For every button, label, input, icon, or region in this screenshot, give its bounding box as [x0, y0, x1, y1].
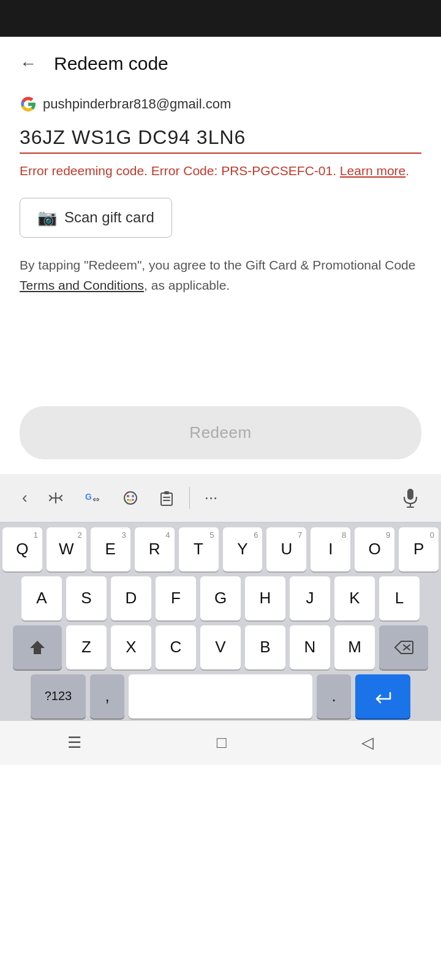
key-f[interactable]: F — [156, 576, 196, 620]
redeem-button-wrap: Redeem — [0, 406, 441, 474]
key-t[interactable]: T5 — [179, 527, 219, 571]
key-w[interactable]: W2 — [47, 527, 86, 571]
space-key[interactable] — [129, 674, 312, 718]
status-bar — [0, 0, 441, 37]
delete-key[interactable] — [379, 625, 428, 669]
period-key[interactable]: . — [317, 674, 351, 718]
key-j[interactable]: J — [290, 576, 330, 620]
terms-link[interactable]: Terms and Conditions — [20, 278, 144, 292]
svg-point-7 — [127, 499, 129, 500]
svg-point-6 — [129, 499, 132, 502]
key-k[interactable]: K — [334, 576, 375, 620]
terms-text: By tapping "Redeem", you agree to the Gi… — [0, 238, 441, 296]
key-h[interactable]: H — [245, 576, 285, 620]
key-o[interactable]: O9 — [355, 527, 394, 571]
svg-rect-13 — [407, 489, 413, 500]
key-s[interactable]: S — [66, 576, 107, 620]
svg-point-5 — [132, 495, 134, 497]
key-v[interactable]: V — [200, 625, 241, 669]
terms-prefix: By tapping "Redeem", you agree to the Gi… — [20, 258, 415, 272]
terms-suffix: , as applicable. — [144, 278, 230, 292]
more-button[interactable]: ··· — [195, 483, 228, 512]
nav-home-button[interactable]: □ — [198, 727, 245, 758]
key-u[interactable]: U7 — [266, 527, 306, 571]
cursor-move-button[interactable] — [37, 484, 74, 511]
key-a[interactable]: A — [21, 576, 62, 620]
toolbar-divider — [189, 487, 190, 509]
svg-text:⇔: ⇔ — [92, 494, 100, 504]
account-row: pushpinderbrar818@gmail.com — [0, 86, 441, 118]
page-title: Redeem code — [54, 53, 168, 74]
key-i[interactable]: I8 — [311, 527, 350, 571]
camera-icon: 📷 — [37, 208, 57, 227]
svg-point-8 — [132, 499, 134, 500]
key-c[interactable]: C — [156, 625, 196, 669]
key-row-3: Z X C V B N M — [2, 625, 439, 669]
keyboard: ‹ G ⇔ — [0, 474, 441, 721]
redeem-button[interactable]: Redeem — [20, 406, 421, 459]
svg-marker-16 — [30, 641, 45, 654]
back-button[interactable]: ← — [17, 51, 39, 76]
nav-bar: ☰ □ ◁ — [0, 721, 441, 765]
translate-button[interactable]: G ⇔ — [74, 484, 112, 512]
key-y[interactable]: Y6 — [223, 527, 263, 571]
code-input-wrap — [0, 118, 441, 154]
key-row-4: ?123 , . — [2, 674, 439, 718]
error-message: Error redeeming code. Error Code: PRS-PG… — [0, 154, 441, 181]
google-icon — [20, 96, 37, 113]
comma-key[interactable]: , — [90, 674, 124, 718]
nav-menu-button[interactable]: ☰ — [49, 727, 100, 758]
symbols-key[interactable]: ?123 — [31, 674, 86, 718]
palette-button[interactable] — [112, 484, 149, 511]
scan-gift-card-button[interactable]: 📷 Scan gift card — [20, 198, 172, 238]
scan-button-wrap: 📷 Scan gift card — [0, 181, 441, 238]
key-r[interactable]: R4 — [135, 527, 175, 571]
key-g[interactable]: G — [200, 576, 241, 620]
error-text: Error redeeming code. Error Code: PRS-PG… — [20, 164, 336, 178]
key-p[interactable]: P0 — [399, 527, 439, 571]
key-q[interactable]: Q1 — [2, 527, 42, 571]
mic-button[interactable] — [392, 483, 429, 513]
account-email: pushpinderbrar818@gmail.com — [43, 96, 231, 112]
svg-rect-9 — [161, 493, 172, 505]
header: ← Redeem code — [0, 37, 441, 86]
key-n[interactable]: N — [290, 625, 330, 669]
key-l[interactable]: L — [379, 576, 420, 620]
key-row-1: Q1 W2 E3 R4 T5 Y6 U7 I8 O9 P0 — [2, 527, 439, 571]
keyboard-keys: Q1 W2 E3 R4 T5 Y6 U7 I8 O9 P0 A S D F G … — [0, 522, 441, 721]
learn-more-link[interactable]: Learn more — [340, 164, 405, 178]
svg-point-4 — [127, 495, 129, 497]
keyboard-toolbar: ‹ G ⇔ — [0, 474, 441, 522]
shift-key[interactable] — [13, 625, 62, 669]
key-x[interactable]: X — [111, 625, 151, 669]
clipboard-button[interactable] — [149, 484, 184, 511]
spacer — [0, 296, 441, 406]
key-d[interactable]: D — [111, 576, 151, 620]
keyboard-back-button[interactable]: ‹ — [12, 483, 37, 512]
key-m[interactable]: M — [334, 625, 375, 669]
key-b[interactable]: B — [245, 625, 285, 669]
svg-rect-10 — [164, 491, 169, 494]
key-e[interactable]: E3 — [91, 527, 130, 571]
enter-key[interactable] — [355, 674, 410, 718]
code-input[interactable] — [20, 123, 421, 154]
key-row-2: A S D F G H J K L — [2, 576, 439, 620]
svg-point-3 — [124, 492, 137, 504]
nav-back-button[interactable]: ◁ — [343, 727, 392, 758]
key-z[interactable]: Z — [66, 625, 107, 669]
svg-text:G: G — [85, 492, 92, 502]
scan-button-label: Scan gift card — [64, 209, 154, 226]
